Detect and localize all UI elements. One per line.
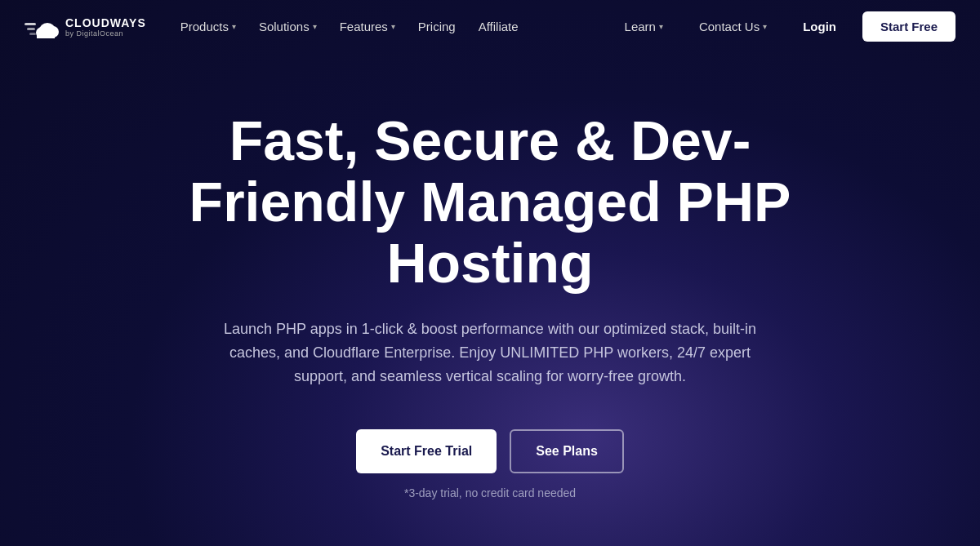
nav-left: CLOUDWAYS by DigitalOcean Products ▾ Sol… — [24, 12, 528, 42]
chevron-down-icon: ▾ — [391, 22, 395, 31]
chevron-down-icon: ▾ — [659, 22, 663, 31]
svg-rect-2 — [29, 33, 36, 35]
brand-tagline: by DigitalOcean — [65, 29, 146, 38]
chevron-down-icon: ▾ — [232, 22, 236, 31]
chevron-down-icon: ▾ — [763, 22, 767, 31]
trial-note: *3-day trial, no credit card needed — [404, 486, 576, 499]
nav-right: Learn ▾ Contact Us ▾ Login Start Free — [615, 11, 956, 42]
nav-learn[interactable]: Learn ▾ — [615, 13, 673, 40]
start-free-trial-button[interactable]: Start Free Trial — [356, 429, 497, 473]
nav-features[interactable]: Features ▾ — [330, 13, 405, 40]
nav-products[interactable]: Products ▾ — [171, 13, 246, 40]
logo[interactable]: CLOUDWAYS by DigitalOcean — [24, 12, 146, 42]
hero-subtitle: Launch PHP apps in 1-click & boost perfo… — [204, 317, 776, 388]
see-plans-button[interactable]: See Plans — [510, 429, 624, 473]
brand-name: CLOUDWAYS — [65, 16, 146, 29]
nav-affiliate[interactable]: Affiliate — [469, 13, 528, 40]
hero-cta-group: Start Free Trial See Plans — [356, 429, 624, 473]
nav-pricing[interactable]: Pricing — [408, 13, 466, 40]
svg-rect-1 — [27, 28, 35, 30]
nav-primary-links: Products ▾ Solutions ▾ Features ▾ Pricin… — [171, 13, 528, 40]
main-navigation: CLOUDWAYS by DigitalOcean Products ▾ Sol… — [0, 0, 980, 53]
hero-title: Fast, Secure & Dev-Friendly Managed PHP … — [122, 110, 858, 293]
nav-contact[interactable]: Contact Us ▾ — [689, 13, 777, 40]
login-button[interactable]: Login — [793, 13, 846, 40]
logo-text: CLOUDWAYS by DigitalOcean — [65, 16, 146, 38]
logo-icon — [24, 12, 59, 42]
svg-rect-0 — [24, 23, 36, 25]
nav-solutions[interactable]: Solutions ▾ — [249, 13, 327, 40]
svg-rect-6 — [37, 32, 55, 38]
hero-section: Fast, Secure & Dev-Friendly Managed PHP … — [0, 53, 980, 546]
chevron-down-icon: ▾ — [313, 22, 317, 31]
start-free-button[interactable]: Start Free — [862, 11, 956, 42]
